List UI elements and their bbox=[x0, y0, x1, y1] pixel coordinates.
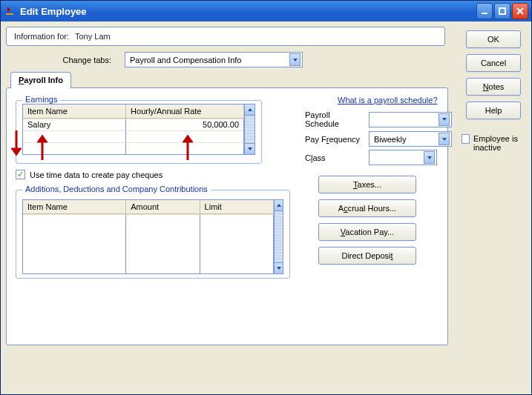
tab-payroll-info[interactable]: Payroll Info bbox=[10, 72, 71, 88]
earnings-scrollbar[interactable] bbox=[245, 104, 255, 155]
employee-inactive-label: Employee is inactive bbox=[473, 134, 522, 152]
col-hourly-rate: Hourly/Annual Rate bbox=[126, 104, 244, 118]
payroll-schedule-select[interactable] bbox=[369, 112, 452, 127]
client-area: Information for: Tony Lam Change tabs: P… bbox=[1, 21, 531, 394]
payroll-schedule-label: Payroll Schedule bbox=[305, 110, 363, 128]
scroll-down-icon[interactable] bbox=[275, 262, 283, 273]
right-column: What is a payroll schedule? Payroll Sche… bbox=[305, 96, 452, 279]
earnings-group: Earnings Item Name Hourly/Annual Rate Sa… bbox=[16, 100, 262, 164]
scroll-down-icon[interactable] bbox=[245, 143, 254, 154]
change-tabs-label: Change tabs: bbox=[6, 56, 125, 64]
edit-employee-window: Edit Employee Information for: Tony Lam … bbox=[0, 0, 532, 395]
minimize-button[interactable] bbox=[476, 3, 493, 19]
svg-rect-1 bbox=[482, 13, 487, 14]
use-time-data-label: Use time data to create pay cheques bbox=[30, 170, 162, 179]
chevron-down-icon bbox=[289, 53, 301, 66]
col-amount: Amount bbox=[126, 200, 200, 213]
cell-rate: 50,000.00 bbox=[126, 119, 244, 130]
pay-frequency-select[interactable]: Biweekly bbox=[369, 131, 452, 147]
scroll-up-icon[interactable] bbox=[245, 104, 254, 116]
maximize-button[interactable] bbox=[494, 3, 510, 19]
scroll-up-icon[interactable] bbox=[275, 200, 283, 211]
arrow-annotation bbox=[11, 130, 22, 162]
pay-frequency-value: Biweekly bbox=[374, 135, 406, 144]
table-row[interactable] bbox=[23, 214, 274, 273]
direct-deposit-button[interactable]: Direct Deposit bbox=[318, 247, 416, 265]
employee-inactive-row: ✓ Employee is inactive bbox=[462, 134, 522, 152]
svg-rect-2 bbox=[499, 8, 505, 14]
contributions-table[interactable]: Item Name Amount Limit bbox=[22, 199, 275, 274]
col-item-name: Item Name bbox=[23, 104, 126, 118]
notes-button[interactable]: Notes bbox=[466, 78, 521, 96]
use-time-data-checkbox[interactable]: ✓ bbox=[16, 170, 25, 179]
left-column: Earnings Item Name Hourly/Annual Rate Sa… bbox=[16, 96, 290, 279]
col-limit: Limit bbox=[200, 200, 274, 213]
table-row[interactable] bbox=[23, 130, 244, 142]
table-row[interactable] bbox=[23, 142, 244, 154]
contributions-group: Additions, Deductions and Company Contri… bbox=[16, 190, 290, 279]
change-tabs-row: Change tabs: Payroll and Compensation In… bbox=[6, 52, 526, 67]
use-time-data-row: ✓ Use time data to create pay cheques bbox=[16, 170, 290, 179]
taxes-button[interactable]: Taxes... bbox=[318, 176, 416, 193]
accrual-hours-button[interactable]: Accrual Hours... bbox=[318, 199, 416, 217]
table-row[interactable]: Salary 50,000.00 bbox=[23, 119, 244, 130]
col-item-name: Item Name bbox=[23, 200, 126, 213]
vacation-pay-button[interactable]: Vacation Pay... bbox=[318, 223, 416, 241]
dialog-buttons: OK Cancel Notes Help bbox=[466, 30, 521, 119]
pay-frequency-label: Pay Frequency bbox=[305, 135, 363, 144]
info-bar: Information for: Tony Lam bbox=[6, 27, 445, 46]
svg-rect-0 bbox=[6, 13, 13, 15]
chevron-down-icon bbox=[439, 133, 450, 145]
help-button[interactable]: Help bbox=[466, 102, 521, 119]
change-tabs-value: Payroll and Compensation Info bbox=[130, 56, 241, 64]
employee-name: Tony Lam bbox=[75, 32, 111, 41]
chevron-down-icon bbox=[424, 151, 435, 164]
class-select[interactable] bbox=[369, 150, 437, 165]
employee-inactive-checkbox[interactable]: ✓ bbox=[462, 134, 470, 144]
app-icon bbox=[4, 5, 16, 17]
window-title: Edit Employee bbox=[20, 6, 87, 17]
tab-strip: Payroll Info Earnings Item Name Hourly/A… bbox=[6, 72, 526, 345]
cell-item-name: Salary bbox=[23, 119, 126, 130]
tab-panel: Earnings Item Name Hourly/Annual Rate Sa… bbox=[6, 87, 448, 345]
tab-label: ayroll Info bbox=[24, 76, 63, 84]
ok-button[interactable]: OK bbox=[466, 30, 521, 48]
earnings-legend: Earnings bbox=[22, 95, 60, 104]
cancel-button[interactable]: Cancel bbox=[466, 54, 521, 72]
close-button[interactable] bbox=[512, 3, 528, 19]
payroll-schedule-link[interactable]: What is a payroll schedule? bbox=[338, 96, 438, 104]
contributions-scrollbar[interactable] bbox=[275, 199, 283, 274]
change-tabs-select[interactable]: Payroll and Compensation Info bbox=[125, 52, 303, 67]
earnings-table[interactable]: Item Name Hourly/Annual Rate Salary 50,0… bbox=[22, 104, 245, 155]
contributions-legend: Additions, Deductions and Company Contri… bbox=[22, 185, 211, 193]
info-label: Information for: bbox=[14, 32, 69, 41]
class-label: Class bbox=[305, 153, 363, 162]
titlebar: Edit Employee bbox=[1, 1, 531, 21]
chevron-down-icon bbox=[439, 113, 450, 126]
